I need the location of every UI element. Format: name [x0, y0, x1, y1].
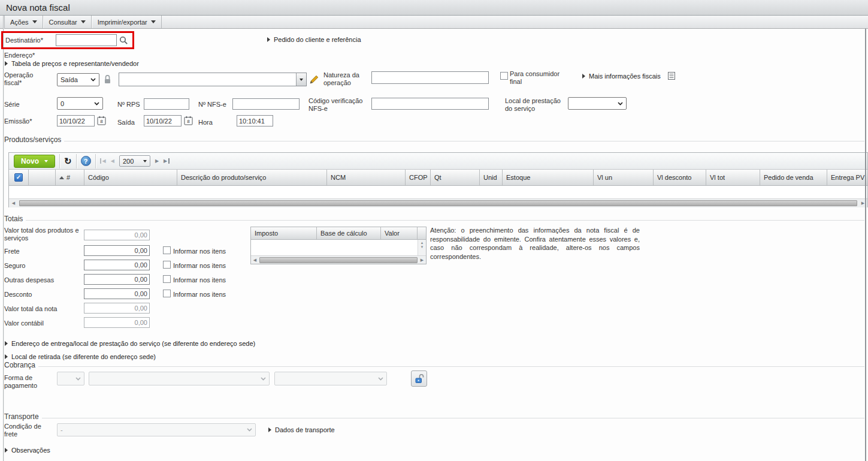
consumidor-final-checkbox[interactable]: [500, 72, 508, 80]
mais-informacoes-link[interactable]: Mais informações fiscais: [582, 72, 675, 80]
col-numero[interactable]: #: [56, 170, 84, 185]
condicao-frete-value: -: [61, 426, 63, 433]
col-entrega-pv[interactable]: Entrega PV: [827, 170, 867, 185]
frete-informar-checkbox[interactable]: [163, 246, 171, 254]
col-descricao[interactable]: Descrição do produto/serviço: [177, 170, 327, 185]
saida-date-label: Saída: [117, 119, 135, 126]
outras-despesas-label: Outras despesas: [4, 276, 54, 284]
next-page-button[interactable]: ▶: [155, 158, 159, 164]
chevron-down-icon: [75, 377, 81, 381]
col-pedido-venda[interactable]: Pedido de venda: [760, 170, 827, 185]
desconto-informar-checkbox[interactable]: [163, 290, 171, 297]
unlock-payment-button[interactable]: [411, 370, 427, 387]
total-produtos-input: [84, 230, 150, 240]
chevron-down-icon: [247, 428, 252, 432]
col-codigo[interactable]: Código: [84, 170, 177, 185]
nfse-input[interactable]: [232, 98, 300, 110]
observacoes-label: Observações: [11, 447, 50, 454]
endereco-entrega-link[interactable]: Endereço de entrega/local de prestação d…: [5, 340, 255, 347]
frete-input[interactable]: [84, 245, 150, 256]
search-button[interactable]: [117, 34, 130, 46]
prev-page-button[interactable]: ◀: [111, 158, 114, 164]
tax-table-header: Imposto Base de cálculo Valor: [251, 227, 426, 240]
products-horizontal-scrollbar[interactable]: ◀ ▶: [9, 198, 867, 207]
edit-pencil-icon[interactable]: [310, 75, 319, 84]
emissao-date-input[interactable]: [57, 115, 95, 126]
menu-acoes[interactable]: Ações: [4, 16, 43, 28]
tabela-precos-link[interactable]: Tabela de preços e representante/vendedo…: [5, 60, 139, 67]
document-list-icon: [668, 72, 675, 80]
natureza-operacao-input[interactable]: [371, 71, 489, 84]
col-estoque[interactable]: Estoque: [503, 170, 594, 185]
outras-despesas-informar-checkbox[interactable]: [163, 275, 171, 283]
local-retirada-link[interactable]: Local de retirada (se diferente do ender…: [5, 353, 156, 360]
forma-pagamento-select: [89, 372, 270, 385]
observacoes-link[interactable]: Observações: [5, 447, 50, 454]
scroll-down-icon[interactable]: ▼: [421, 245, 424, 249]
dados-transporte-link[interactable]: Dados de transporte: [268, 426, 335, 433]
scrollbar-thumb[interactable]: [259, 257, 418, 263]
col-valor[interactable]: Valor: [381, 227, 418, 239]
scroll-right-icon[interactable]: ▶: [418, 256, 426, 264]
pedido-cliente-link[interactable]: Pedido do cliente e referência: [267, 36, 361, 43]
page-size-select[interactable]: 200: [119, 155, 150, 167]
scroll-left-icon[interactable]: ◀: [251, 256, 259, 264]
scrollbar-thumb[interactable]: [19, 200, 857, 206]
codigo-verificacao-input[interactable]: [371, 98, 489, 110]
first-page-button[interactable]: ◀: [100, 158, 106, 164]
lock-icon: [104, 74, 111, 84]
col-unid[interactable]: Unid: [480, 170, 503, 185]
local-prestacao-select[interactable]: [568, 97, 627, 110]
rps-input[interactable]: [144, 98, 189, 110]
seguro-input[interactable]: [84, 260, 150, 270]
chevron-down-icon: [261, 377, 266, 381]
tax-horizontal-scrollbar[interactable]: ◀ ▶: [251, 255, 426, 264]
col-vl-un[interactable]: Vl un: [594, 170, 654, 185]
menu-bar: Ações Consultar Imprimir/exportar: [0, 16, 868, 29]
menu-consultar[interactable]: Consultar: [43, 16, 92, 28]
operacao-fiscal-combo[interactable]: [119, 73, 307, 86]
chevron-down-icon: [618, 102, 623, 106]
chevron-down-icon: [151, 20, 156, 23]
seguro-informar-checkbox[interactable]: [163, 261, 171, 269]
saida-date-input[interactable]: [144, 115, 182, 126]
col-vl-desconto[interactable]: Vl desconto: [654, 170, 706, 185]
tax-vertical-scrollbar[interactable]: ▲ ▼: [418, 240, 426, 255]
scroll-up-icon[interactable]: ▲: [421, 241, 424, 245]
destinatario-label: Destinatário*: [5, 37, 56, 44]
hora-input[interactable]: [237, 115, 273, 126]
destinatario-input[interactable]: [56, 34, 117, 46]
seguro-informar-label: Informar nos itens: [173, 262, 226, 270]
operacao-fiscal-combo-value: [119, 73, 296, 86]
chevron-down-icon: [143, 160, 147, 162]
totais-section-header: Totais: [4, 215, 864, 223]
col-imposto[interactable]: Imposto: [251, 227, 317, 239]
select-all-checkbox[interactable]: ✓: [14, 173, 23, 182]
expand-arrow-icon: [5, 341, 8, 346]
panel-left-border: [3, 16, 4, 461]
col-qt[interactable]: Qt: [431, 170, 480, 185]
novo-button[interactable]: Novo: [14, 155, 55, 168]
consumidor-final-label: Para consumidor final: [510, 70, 570, 86]
desconto-input[interactable]: [84, 288, 150, 299]
combo-dropdown-button[interactable]: [296, 73, 306, 86]
forma-pagamento-parcela-select: [57, 372, 84, 385]
refresh-icon[interactable]: ↻: [64, 156, 72, 165]
col-vl-tot[interactable]: Vl tot: [706, 170, 760, 185]
calendar-icon[interactable]: 8: [97, 116, 106, 125]
unlock-icon: [415, 373, 424, 384]
col-cfop[interactable]: CFOP: [406, 170, 431, 185]
search-icon: [119, 36, 128, 45]
calendar-icon[interactable]: 8: [184, 116, 193, 125]
serie-select[interactable]: 0: [57, 97, 103, 110]
menu-imprimir-exportar[interactable]: Imprimir/exportar: [92, 16, 162, 28]
outras-despesas-input[interactable]: [84, 274, 150, 285]
help-icon[interactable]: ?: [81, 156, 91, 166]
last-page-button[interactable]: ▶: [164, 158, 170, 164]
scroll-left-icon[interactable]: ◀: [9, 199, 18, 207]
col-base-calculo[interactable]: Base de cálculo: [317, 227, 381, 239]
produtos-section-title: Produtos/serviços: [4, 135, 61, 144]
operacao-fiscal-select[interactable]: Saída: [57, 73, 99, 86]
transporte-section-header: Transporte: [4, 412, 864, 421]
col-ncm[interactable]: NCM: [327, 170, 406, 185]
